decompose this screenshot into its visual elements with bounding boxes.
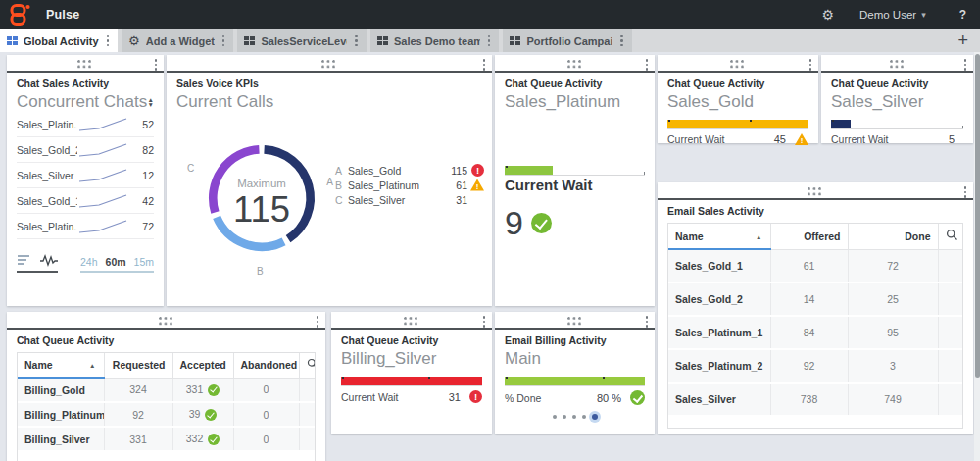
- drag-handle-icon[interactable]: [730, 60, 746, 69]
- drag-handle-icon[interactable]: [567, 60, 583, 69]
- list-item[interactable]: Sales_Silver 12: [17, 163, 154, 188]
- scrollbar-thumb[interactable]: [975, 54, 980, 378]
- widget-menu-icon[interactable]: [644, 314, 651, 330]
- gauge-center-value: 115: [233, 189, 290, 230]
- tab-menu-icon[interactable]: [353, 33, 360, 49]
- tab-global-activity[interactable]: Global Activity: [0, 29, 118, 52]
- sparkline-view-icon[interactable]: [40, 253, 58, 267]
- widget-menu-icon[interactable]: [315, 314, 321, 330]
- column-header-abandoned[interactable]: Abandoned: [233, 353, 299, 378]
- list-item[interactable]: Sales_Gold_1 42: [17, 188, 154, 214]
- drag-handle-icon[interactable]: [404, 317, 419, 326]
- list-item[interactable]: Sales_Platin... 72: [17, 214, 154, 239]
- ok-icon: [208, 384, 220, 396]
- user-menu-label: Demo User: [859, 9, 916, 21]
- settings-gear-icon[interactable]: ⚙: [821, 7, 834, 23]
- kpi-bar: [341, 377, 482, 386]
- tab-menu-icon[interactable]: [220, 33, 227, 49]
- page-dot-active[interactable]: [592, 414, 598, 420]
- vertical-scrollbar[interactable]: [974, 52, 980, 461]
- list-item[interactable]: Sales_Platin... 52: [17, 112, 154, 137]
- item-name: Sales_Gold_1: [17, 195, 77, 207]
- page-dot[interactable]: [582, 415, 586, 419]
- time-range-60m[interactable]: 60m: [106, 256, 126, 268]
- legend-value: 31: [444, 194, 467, 206]
- subtitle-text: Concurrent Chats: [17, 92, 147, 112]
- column-header-search[interactable]: [938, 224, 963, 249]
- widget-subtitle: Current Calls: [167, 89, 492, 112]
- tab-portfolio-campaign[interactable]: Portfolio Campaig: [503, 29, 632, 52]
- column-header-search[interactable]: [299, 353, 316, 378]
- widget-header: [7, 55, 164, 73]
- tab-menu-icon[interactable]: [486, 33, 493, 49]
- drag-handle-icon[interactable]: [567, 317, 583, 326]
- column-header-name[interactable]: Name: [668, 224, 770, 249]
- tab-menu-icon[interactable]: [618, 33, 625, 49]
- page-dot[interactable]: [563, 415, 566, 419]
- tab-salesservicelevel[interactable]: SalesServiceLevel: [237, 29, 367, 52]
- drag-handle-icon[interactable]: [159, 317, 174, 326]
- donut-gauge: Maximum 115 A B C: [196, 129, 327, 269]
- column-header-name[interactable]: Name: [18, 353, 104, 378]
- page-dot[interactable]: [572, 415, 576, 419]
- widget-menu-icon[interactable]: [962, 184, 969, 200]
- table-row[interactable]: Billing_Gold 324 331 0: [18, 378, 316, 402]
- legend-row[interactable]: C Sales_Silver 31: [335, 192, 484, 207]
- column-header-done[interactable]: Done: [848, 224, 938, 249]
- column-header-offered[interactable]: Offered: [770, 224, 848, 249]
- alert-icon: [471, 164, 484, 177]
- drag-handle-icon[interactable]: [77, 60, 93, 69]
- list-view-icon[interactable]: [17, 253, 30, 267]
- drag-handle-icon[interactable]: [890, 60, 906, 69]
- donut-gauge-chart: Maximum 115: [196, 129, 327, 267]
- dashboard-tab-bar: Global Activity ⚙ Add a Widget SalesServ…: [0, 29, 980, 52]
- tab-sales-demo-team[interactable]: Sales Demo team: [370, 29, 500, 52]
- sort-updown-icon[interactable]: [148, 97, 154, 107]
- dashboard-grid-icon: [7, 36, 18, 45]
- legend-name: Sales_Silver: [348, 194, 444, 206]
- subtitle-text: Sales_Silver: [831, 92, 924, 112]
- widget-menu-icon[interactable]: [153, 57, 160, 73]
- kpi-value: 31: [449, 391, 461, 403]
- gear-icon: ⚙: [128, 34, 140, 47]
- drag-handle-icon[interactable]: [808, 187, 823, 196]
- table-row[interactable]: Sales_Gold_21425: [668, 282, 963, 316]
- time-range-24h[interactable]: 24h: [80, 256, 98, 268]
- column-header-accepted[interactable]: Accepted: [172, 353, 233, 378]
- widget-menu-icon[interactable]: [481, 57, 488, 73]
- widget-menu-icon[interactable]: [962, 57, 969, 73]
- widget-header: [331, 312, 492, 330]
- list-item[interactable]: Sales_Gold_2 82: [17, 137, 154, 163]
- widget-menu-icon[interactable]: [481, 314, 488, 330]
- kpi-label: Current Wait: [831, 133, 949, 145]
- add-tab-button[interactable]: +: [946, 30, 980, 51]
- kpi-bar-fill: [341, 377, 482, 386]
- column-header-requested[interactable]: Requested: [104, 353, 172, 378]
- time-range-15m[interactable]: 15m: [134, 256, 154, 268]
- legend-row[interactable]: B Sales_Platinum 61: [335, 178, 484, 192]
- tab-menu-icon[interactable]: [105, 33, 112, 49]
- user-menu[interactable]: Demo User: [859, 9, 926, 21]
- tab-label: Portfolio Campaig: [526, 35, 612, 47]
- help-button[interactable]: ?: [959, 8, 966, 22]
- item-name: Sales_Platin...: [17, 119, 77, 130]
- warning-icon: [470, 179, 484, 191]
- page-dot[interactable]: [553, 415, 557, 419]
- gauge-legend: A Sales_Gold 115 B Sales_Platinum 61 C S…: [335, 163, 484, 207]
- tab-add-a-widget[interactable]: ⚙ Add a Widget: [122, 29, 233, 52]
- widget-menu-icon[interactable]: [808, 57, 814, 73]
- widget-menu-icon[interactable]: [644, 57, 651, 73]
- legend-row[interactable]: A Sales_Gold 115: [335, 163, 484, 178]
- table-row[interactable]: Billing_Platinum 92 39 0: [18, 402, 316, 427]
- tab-label: SalesServiceLevel: [261, 35, 347, 47]
- drag-handle-icon[interactable]: [321, 60, 337, 69]
- table-row[interactable]: Billing_Silver 331 332 0: [18, 427, 316, 451]
- table-row[interactable]: Sales_Platinum_18495: [668, 316, 963, 349]
- legend-key: A: [335, 165, 348, 177]
- table-row[interactable]: Sales_Gold_16172: [668, 249, 963, 282]
- legend-value: 61: [444, 179, 467, 191]
- table-row[interactable]: Sales_Silver738749: [668, 383, 963, 416]
- table-row[interactable]: Sales_Platinum_2923: [668, 349, 963, 383]
- widget-chat-queue-sales-silver: Chat Queue Activity Sales_Silver Current…: [821, 55, 973, 143]
- widget-header: [658, 55, 818, 73]
